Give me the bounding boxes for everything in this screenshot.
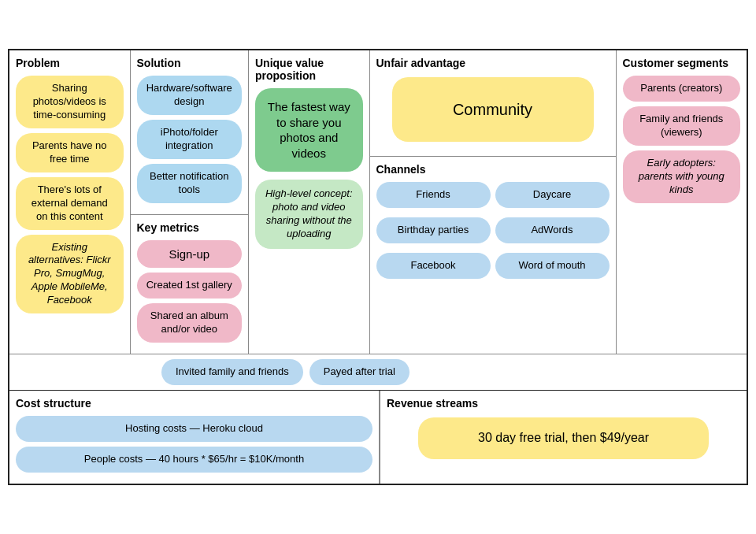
key-metrics-header: Key metrics	[137, 221, 243, 234]
channels-grid: Friends Daycare Birthday parties AdWords…	[376, 182, 610, 284]
channel-card-3: Birthday parties	[376, 217, 491, 243]
key-metrics-area: Key metrics Sign-up Created 1st gallery …	[131, 215, 249, 354]
channel-card-1: Friends	[376, 182, 491, 208]
problem-card-1: Sharing photos/videos is time-consuming	[16, 76, 124, 128]
metric-overflow-2: Payed after trial	[309, 359, 410, 385]
uvp-main-card: The fastest way to share you photos and …	[255, 88, 363, 172]
solution-card-3: Better notification tools	[137, 164, 243, 203]
revenue-header: Revenue streams	[387, 397, 740, 410]
uvp-section: Unique value proposition The fastest way…	[249, 50, 370, 354]
problem-header: Problem	[16, 57, 124, 69]
solution-card-2: iPhoto/folder integration	[137, 120, 243, 159]
customer-card-1: Parents (creators)	[623, 76, 741, 102]
customer-card-3: Early adopters: parents with young kinds	[623, 150, 741, 203]
metric-card-3: Shared an album and/or video	[137, 303, 243, 343]
cost-revenue-section: Cost structure Hosting costs — Heroku cl…	[9, 391, 747, 484]
channel-card-2: Daycare	[495, 182, 610, 208]
solution-area: Solution Hardware/software design iPhoto…	[131, 50, 249, 214]
cost-card-2: People costs — 40 hours * $65/hr = $10K/…	[16, 447, 372, 473]
metric-card-2: Created 1st gallery	[137, 273, 243, 299]
unfair-area: Unfair advantage Community	[370, 50, 616, 157]
metrics-overflow-row: Invited family and friends Payed after t…	[9, 354, 747, 391]
revenue-section: Revenue streams 30 day free trial, then …	[380, 391, 747, 484]
canvas: Problem Sharing photos/videos is time-co…	[8, 49, 748, 484]
revenue-card-1: 30 day free trial, then $49/year	[418, 417, 709, 459]
channels-area: Channels Friends Daycare Birthday partie…	[370, 157, 616, 354]
cost-card-1: Hosting costs — Heroku cloud	[16, 416, 372, 442]
customer-card-2: Family and friends (viewers)	[623, 106, 741, 146]
solution-card-1: Hardware/software design	[137, 76, 243, 115]
unfair-header: Unfair advantage	[376, 57, 610, 69]
problem-section: Problem Sharing photos/videos is time-co…	[9, 50, 131, 354]
channel-card-4: AdWords	[495, 217, 610, 243]
unfair-channels-section: Unfair advantage Community Channels Frie…	[370, 50, 617, 354]
channels-header: Channels	[376, 163, 610, 176]
problem-card-4: Existing alternatives: Flickr Pro, SmugM…	[16, 235, 124, 313]
metric-overflow-1: Invited family and friends	[161, 359, 303, 385]
customers-section: Customer segments Parents (creators) Fam…	[617, 50, 747, 354]
customers-header: Customer segments	[623, 57, 741, 69]
problem-card-2: Parents have no free time	[16, 133, 124, 172]
channel-card-6: Word of mouth	[495, 253, 610, 279]
channel-card-5: Facebook	[376, 253, 491, 279]
solution-header: Solution	[137, 57, 243, 69]
problem-card-3: There's lots of external demand on this …	[16, 177, 124, 230]
unfair-card: Community	[392, 77, 594, 142]
solution-metrics-section: Solution Hardware/software design iPhoto…	[131, 50, 250, 354]
metric-card-1: Sign-up	[137, 240, 243, 269]
uvp-concept-card: High-level concept: photo and video shar…	[255, 180, 363, 249]
cost-header: Cost structure	[16, 397, 372, 410]
cost-section: Cost structure Hosting costs — Heroku cl…	[9, 391, 380, 484]
main-grid: Problem Sharing photos/videos is time-co…	[9, 50, 747, 354]
uvp-header: Unique value proposition	[255, 57, 363, 82]
